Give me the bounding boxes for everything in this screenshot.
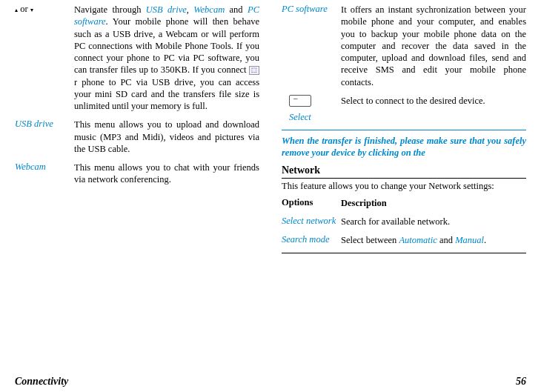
search-mode-desc-a: Select between (341, 235, 399, 245)
search-mode-dot: . (484, 235, 486, 245)
nav-row: ▴ or ▾ Navigate through USB drive, Webca… (15, 4, 259, 112)
webcam-desc: This menu allows you to chat with your f… (74, 162, 259, 186)
nav-arrows-label: ▴ or ▾ (15, 4, 74, 112)
nav-desc-c: r phone to PC via USB drive, you can acc… (74, 77, 259, 112)
nav-desc: Navigate through USB drive, Webcam and P… (74, 4, 259, 112)
search-mode-desc: Select between Automatic and Manual. (341, 234, 526, 246)
select-label: Select (289, 112, 311, 122)
network-heading: Network (282, 165, 526, 176)
select-network-row: Select network Search for available netw… (282, 216, 526, 227)
nav-webcam-term: Webcam (193, 4, 225, 15)
footer-title: Connectivity (15, 376, 68, 388)
footer-page-number: 56 (516, 376, 526, 388)
options-header-row: Options Description (282, 197, 526, 209)
manual-term: Manual (455, 235, 484, 245)
usb-drive-label: USB drive (15, 119, 74, 155)
nav-desc-a: Navigate through (74, 4, 146, 15)
nav-usb-term: USB drive (146, 4, 187, 15)
usb-drive-row: USB drive This menu allows you to upload… (15, 119, 259, 155)
select-desc: Select to connect to the desired device. (341, 95, 526, 123)
select-network-label: Select network (282, 216, 341, 227)
automatic-term: Automatic (399, 235, 437, 245)
safe-remove-note: When the transfer is finished, please ma… (282, 135, 526, 159)
select-label-cell: Select (282, 95, 341, 123)
webcam-row: Webcam This menu allows you to chat with… (15, 162, 259, 186)
pc-software-row: PC software It offers an instant sychron… (282, 4, 526, 88)
select-row: Select Select to connect to the desired … (282, 95, 526, 123)
search-mode-row: Search mode Select between Automatic and… (282, 234, 526, 246)
device-select-icon (289, 95, 311, 107)
options-col-header: Options (282, 197, 341, 209)
select-network-desc: Search for available network. (341, 216, 526, 227)
network-intro: This feature allows you to change your N… (282, 180, 526, 192)
search-mode-and: and (437, 235, 455, 245)
page-footer: Connectivity 56 (15, 376, 526, 388)
webcam-label: Webcam (15, 162, 74, 186)
pc-software-label: PC software (282, 4, 341, 88)
nav-and: and (225, 4, 248, 15)
inline-device-icon: ⬚ (249, 66, 259, 75)
arrow-down-icon: ▾ (30, 7, 33, 13)
network-heading-rule (282, 178, 526, 179)
usb-drive-desc: This menu allows you to upload and downl… (74, 119, 259, 155)
description-col-header: Description (341, 197, 526, 209)
search-mode-label: Search mode (282, 234, 341, 246)
nav-or: or (18, 4, 30, 14)
pc-software-desc: It offers an instant sychronization betw… (341, 4, 526, 88)
blue-separator (282, 130, 526, 130)
table-bottom-rule (282, 253, 526, 253)
nav-comma: , (187, 4, 194, 15)
